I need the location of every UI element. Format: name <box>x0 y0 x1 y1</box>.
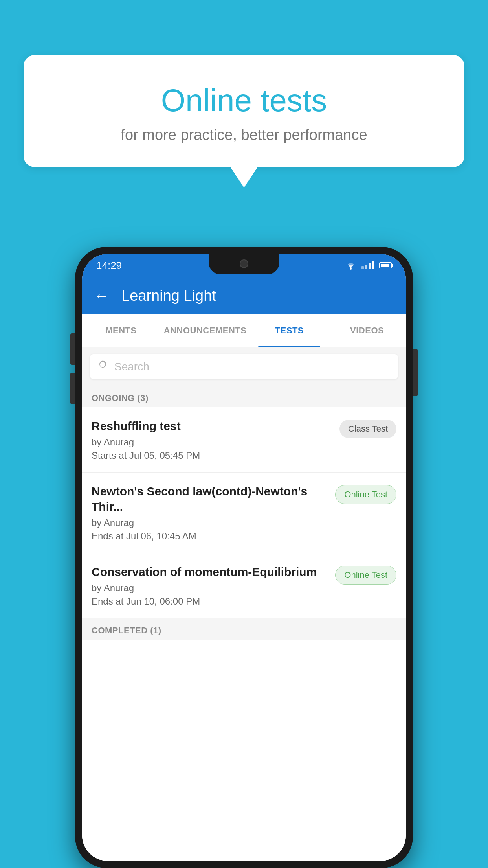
test-item-newtons[interactable]: Newton's Second law(contd)-Newton's Thir… <box>82 473 406 553</box>
test-item-reshuffling[interactable]: Reshuffling test by Anurag Starts at Jul… <box>82 407 406 473</box>
test-info-conservation: Conservation of momentum-Equilibrium by … <box>92 564 329 607</box>
wifi-icon <box>345 261 357 270</box>
test-date-conservation: Ends at Jun 10, 06:00 PM <box>92 596 329 607</box>
svg-point-0 <box>350 268 352 270</box>
status-time: 14:29 <box>96 259 122 272</box>
tests-list: Reshuffling test by Anurag Starts at Jul… <box>82 407 406 861</box>
power-button[interactable] <box>413 349 418 396</box>
tab-ments[interactable]: MENTS <box>82 314 160 347</box>
test-author-newtons: by Anurag <box>92 517 329 528</box>
test-badge-newtons: Online Test <box>335 485 396 504</box>
search-icon <box>98 360 109 373</box>
volume-down-button[interactable] <box>70 373 75 404</box>
back-button[interactable]: ← <box>94 287 110 305</box>
test-name-reshuffling: Reshuffling test <box>92 418 333 434</box>
test-info-reshuffling: Reshuffling test by Anurag Starts at Jul… <box>92 418 333 461</box>
speech-bubble-container: Online tests for more practice, better p… <box>24 55 464 167</box>
tabs-container: MENTS ANNOUNCEMENTS TESTS VIDEOS <box>82 314 406 347</box>
phone-frame: 14:29 <box>75 247 413 868</box>
phone-notch <box>209 254 279 274</box>
search-bar[interactable]: Search <box>90 354 398 379</box>
phone-screen: 14:29 <box>82 254 406 861</box>
test-date-newtons: Ends at Jul 06, 10:45 AM <box>92 531 329 542</box>
test-author-reshuffling: by Anurag <box>92 437 333 448</box>
test-badge-conservation: Online Test <box>335 566 396 585</box>
tab-tests[interactable]: TESTS <box>250 314 328 347</box>
search-container: Search <box>82 347 406 386</box>
test-date-reshuffling: Starts at Jul 05, 05:45 PM <box>92 450 333 461</box>
tab-announcements[interactable]: ANNOUNCEMENTS <box>160 314 251 347</box>
volume-up-button[interactable] <box>70 333 75 365</box>
app-title: Learning Light <box>121 287 216 304</box>
speech-bubble-title: Online tests <box>47 83 441 119</box>
battery-icon <box>379 262 392 268</box>
search-placeholder: Search <box>114 360 149 373</box>
test-item-conservation[interactable]: Conservation of momentum-Equilibrium by … <box>82 553 406 618</box>
status-icons <box>345 261 392 270</box>
speech-bubble: Online tests for more practice, better p… <box>24 55 464 167</box>
completed-section-label: COMPLETED (1) <box>82 618 406 640</box>
test-badge-reshuffling: Class Test <box>339 420 396 438</box>
phone-container: 14:29 <box>75 247 413 868</box>
camera-icon <box>240 259 248 268</box>
test-name-conservation: Conservation of momentum-Equilibrium <box>92 564 329 579</box>
speech-bubble-subtitle: for more practice, better performance <box>47 127 441 143</box>
ongoing-section-label: ONGOING (3) <box>82 386 406 407</box>
app-header: ← Learning Light <box>82 277 406 314</box>
test-name-newtons: Newton's Second law(contd)-Newton's Thir… <box>92 484 329 514</box>
test-info-newtons: Newton's Second law(contd)-Newton's Thir… <box>92 484 329 542</box>
tab-videos[interactable]: VIDEOS <box>328 314 406 347</box>
test-author-conservation: by Anurag <box>92 583 329 594</box>
signal-icon <box>361 261 374 269</box>
